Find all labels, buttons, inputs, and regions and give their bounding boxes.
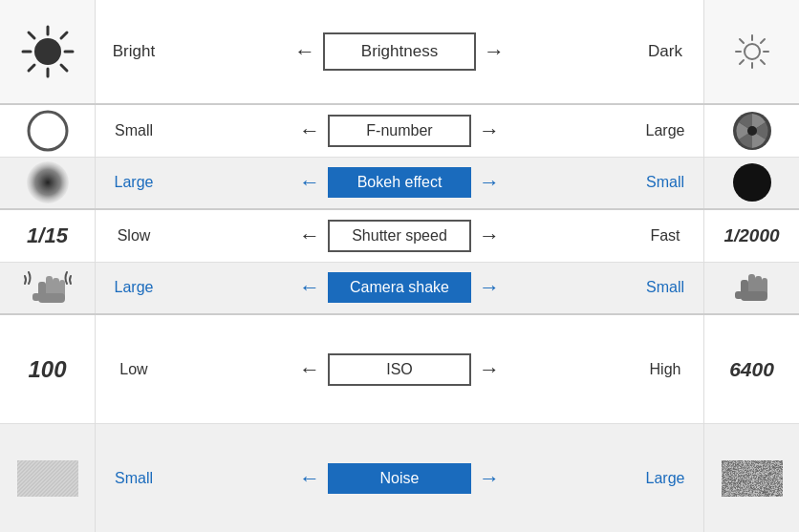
label-slow: Slow xyxy=(118,227,151,245)
label-small-shake: Small xyxy=(646,279,684,296)
icon-bokeh-right xyxy=(704,158,799,209)
svg-point-0 xyxy=(34,38,61,65)
svg-line-7 xyxy=(61,32,67,38)
label-large-aperture: Large xyxy=(646,122,685,139)
label-large-noise: Large xyxy=(646,470,685,487)
svg-line-17 xyxy=(740,60,744,64)
icon-noise-high xyxy=(704,424,799,532)
arrow-right-bokeh: → xyxy=(479,170,500,195)
label-large-shake: Large xyxy=(115,279,154,296)
icon-noise-low xyxy=(0,424,95,532)
label-low-iso: Low xyxy=(119,361,147,378)
left-icon-brightness xyxy=(0,0,96,103)
inner-iso: Low ← ISO → High Small ← xyxy=(96,315,703,532)
iso-box: ISO xyxy=(328,353,471,386)
svg-point-22 xyxy=(733,163,771,202)
shutter-box: Shutter speed xyxy=(328,220,471,252)
icon-aperture-closed xyxy=(704,105,799,158)
svg-point-9 xyxy=(745,44,760,59)
arrow-left-bokeh: ← xyxy=(299,170,320,195)
label-small-bokeh: Small xyxy=(646,174,684,191)
inner-shutter: Slow ← Shutter speed → Fast Large xyxy=(96,210,703,313)
right-icons-fnumber xyxy=(703,105,799,208)
arrow-left-brightness: ← xyxy=(294,39,315,64)
svg-line-15 xyxy=(761,60,765,64)
sun-dark-icon xyxy=(733,32,771,71)
inner-fnumber: Small ← F-number → Large Large xyxy=(96,105,703,208)
left-icons-fnumber xyxy=(0,105,96,208)
arrow-left-fnumber: ← xyxy=(299,118,320,143)
fnumber-box: F-number xyxy=(328,115,471,147)
label-dark: Dark xyxy=(627,0,703,103)
icon-iso-100: 100 xyxy=(0,315,95,424)
bokeh-box: Bokeh effect xyxy=(328,167,471,198)
label-small-aperture: Small xyxy=(115,122,153,139)
svg-line-8 xyxy=(29,65,34,71)
section-shutter: 1/15 xyxy=(0,210,799,315)
right-icon-brightness xyxy=(703,0,799,103)
svg-line-6 xyxy=(61,65,67,71)
icon-shutter-fast: 1/2000 xyxy=(704,210,799,263)
svg-rect-33 xyxy=(741,291,767,301)
label-high-iso: High xyxy=(650,361,681,378)
icon-bokeh xyxy=(0,158,95,209)
left-icons-shutter: 1/15 xyxy=(0,210,96,313)
shutter-top-row: Slow ← Shutter speed → Fast xyxy=(96,210,703,263)
section-brightness: Bright ← Brightness → Dark xyxy=(0,0,799,105)
label-small-noise: Small xyxy=(115,470,153,487)
noise-bottom-row: Small ← Noise → Large xyxy=(96,424,703,532)
svg-rect-27 xyxy=(38,293,65,303)
svg-rect-28 xyxy=(32,293,40,301)
svg-point-18 xyxy=(29,112,67,150)
icon-aperture-open xyxy=(0,105,95,158)
center-brightness: ← Brightness → xyxy=(172,0,627,103)
section-fnumber: Small ← F-number → Large Large xyxy=(0,105,799,210)
svg-line-16 xyxy=(761,39,765,43)
section-iso: 100 Low ← ISO → High xyxy=(0,315,799,532)
camera-shake-bottom-row: Large ← Camera shake → Small xyxy=(96,263,703,314)
label-fast: Fast xyxy=(650,227,680,245)
arrow-right-brightness: → xyxy=(484,39,505,64)
svg-point-19 xyxy=(27,161,69,203)
label-large-bokeh: Large xyxy=(115,174,154,191)
camera-shake-box: Camera shake xyxy=(328,272,471,303)
arrow-right-fnumber: → xyxy=(479,118,500,143)
svg-point-21 xyxy=(747,126,757,136)
label-bright: Bright xyxy=(96,0,172,103)
bokeh-bottom-row: Large ← Bokeh effect → Small xyxy=(96,158,703,209)
icon-hand-steady xyxy=(704,263,799,314)
noise-box: Noise xyxy=(328,463,471,494)
icon-iso-6400: 6400 xyxy=(704,315,799,424)
icon-shutter-slow: 1/15 xyxy=(0,210,95,263)
svg-rect-34 xyxy=(735,291,743,299)
brightness-box: Brightness xyxy=(323,32,476,71)
right-icons-shutter: 1/2000 xyxy=(703,210,799,313)
right-icons-iso: 6400 xyxy=(703,315,799,532)
icon-camera-shake xyxy=(0,263,95,314)
svg-line-14 xyxy=(740,39,744,43)
svg-line-5 xyxy=(29,32,34,38)
sun-bright-icon xyxy=(19,23,76,80)
left-icons-iso: 100 xyxy=(0,315,96,532)
iso-top-row: Low ← ISO → High xyxy=(96,315,703,424)
fnumber-top-row: Small ← F-number → Large xyxy=(96,105,703,158)
